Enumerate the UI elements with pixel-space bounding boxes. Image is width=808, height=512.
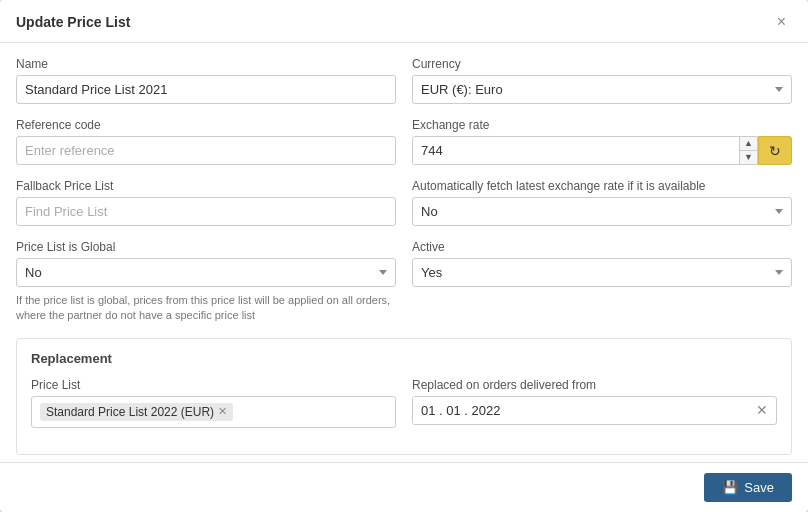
active-group: Active Yes No [412,240,792,324]
spinner-down-button[interactable]: ▼ [740,151,757,164]
active-label: Active [412,240,792,254]
global-select[interactable]: No Yes [16,258,396,287]
global-info-text: If the price list is global, prices from… [16,293,396,324]
global-label: Price List is Global [16,240,396,254]
replacement-price-list-tag: Standard Price List 2022 (EUR) ✕ [40,403,233,421]
modal-footer: 💾 Save [0,462,808,512]
replacement-price-list-input[interactable]: Standard Price List 2022 (EUR) ✕ [31,396,396,428]
save-button[interactable]: 💾 Save [704,473,792,502]
replaced-on-input[interactable] [413,397,748,424]
global-active-row: Price List is Global No Yes If the price… [16,240,792,324]
date-input-wrapper: ✕ [412,396,777,425]
modal-body: Name Currency EUR (€): Euro Reference co… [0,43,808,462]
auto-fetch-select[interactable]: No Yes [412,197,792,226]
replacement-row: Price List Standard Price List 2022 (EUR… [31,378,777,428]
replacement-price-list-group: Price List Standard Price List 2022 (EUR… [31,378,396,428]
active-select[interactable]: Yes No [412,258,792,287]
tag-text: Standard Price List 2022 (EUR) [46,405,214,419]
exchange-rate-label: Exchange rate [412,118,792,132]
auto-fetch-group: Automatically fetch latest exchange rate… [412,179,792,226]
spinner-up-button[interactable]: ▲ [740,137,757,151]
spinner-buttons: ▲ ▼ [739,137,757,164]
name-label: Name [16,57,396,71]
refresh-exchange-rate-button[interactable]: ↻ [758,136,792,165]
fallback-input[interactable] [16,197,396,226]
currency-label: Currency [412,57,792,71]
save-label: Save [744,480,774,495]
replaced-on-label: Replaced on orders delivered from [412,378,777,392]
replaced-on-group: Replaced on orders delivered from ✕ [412,378,777,428]
replacement-section: Replacement Price List Standard Price Li… [16,338,792,455]
exchange-rate-input-wrapper: ▲ ▼ [412,136,758,165]
modal-header: Update Price List × [0,0,808,43]
reference-label: Reference code [16,118,396,132]
modal-title: Update Price List [16,14,130,30]
name-currency-row: Name Currency EUR (€): Euro [16,57,792,104]
fallback-label: Fallback Price List [16,179,396,193]
auto-fetch-label: Automatically fetch latest exchange rate… [412,179,792,193]
exchange-rate-group: Exchange rate ▲ ▼ ↻ [412,118,792,165]
currency-select[interactable]: EUR (€): Euro [412,75,792,104]
replacement-title: Replacement [31,351,777,366]
name-input[interactable] [16,75,396,104]
global-group: Price List is Global No Yes If the price… [16,240,396,324]
reference-exchange-row: Reference code Exchange rate ▲ ▼ ↻ [16,118,792,165]
exchange-rate-wrapper: ▲ ▼ ↻ [412,136,792,165]
update-price-list-modal: Update Price List × Name Currency EUR (€… [0,0,808,512]
name-group: Name [16,57,396,104]
replacement-price-list-label: Price List [31,378,396,392]
save-icon: 💾 [722,480,738,495]
reference-input[interactable] [16,136,396,165]
currency-group: Currency EUR (€): Euro [412,57,792,104]
fallback-autofetch-row: Fallback Price List Automatically fetch … [16,179,792,226]
exchange-rate-input[interactable] [413,137,739,164]
date-clear-button[interactable]: ✕ [748,402,776,418]
tag-remove-button[interactable]: ✕ [218,406,227,417]
close-button[interactable]: × [771,12,792,32]
reference-group: Reference code [16,118,396,165]
fallback-group: Fallback Price List [16,179,396,226]
